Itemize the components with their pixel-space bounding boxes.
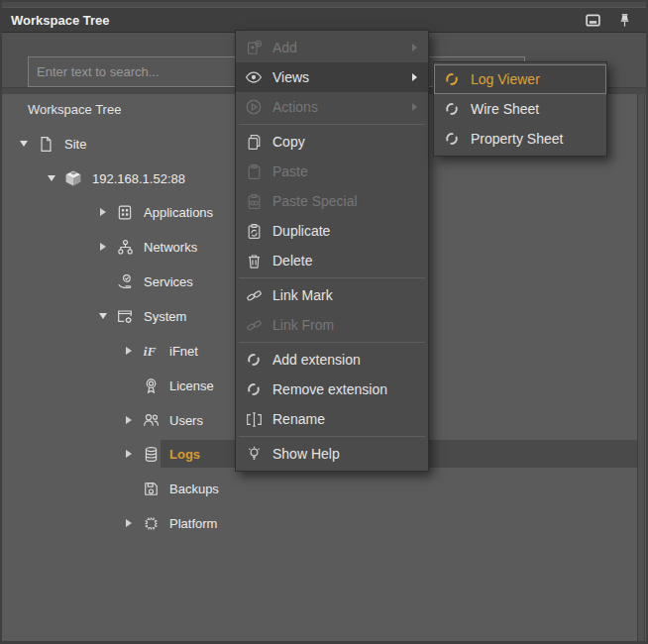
menu-item-rename[interactable]: Rename	[236, 404, 428, 434]
submenu-arrow-icon	[412, 73, 417, 81]
spinner-arcs-icon	[443, 100, 461, 118]
menu-item-label: Duplicate	[272, 223, 422, 239]
cpu-chip-icon	[141, 513, 161, 533]
views-submenu: Log Viewer Wire Sheet Property Sheet	[433, 61, 607, 157]
tree-label: Services	[144, 274, 193, 289]
expander-placeholder	[93, 272, 112, 291]
dock-window-icon[interactable]	[585, 12, 601, 29]
menu-item-paste-special[interactable]: Paste Special	[236, 186, 428, 216]
menu-item-link-mark[interactable]: Link Mark	[236, 280, 428, 310]
document-icon	[36, 134, 55, 154]
spinner-arcs-icon	[245, 351, 263, 369]
ifnet-logo-icon: iF	[141, 341, 161, 361]
expander-expanded-icon[interactable]	[42, 169, 60, 188]
tree-label: Backups	[169, 482, 219, 496]
expander-collapsed-icon[interactable]	[119, 411, 138, 430]
menu-item-label: Copy	[272, 134, 422, 150]
expander-expanded-icon[interactable]	[93, 307, 112, 326]
hand-check-icon	[115, 271, 135, 291]
menu-item-actions[interactable]: Actions	[236, 92, 428, 122]
menu-item-label: Views	[272, 69, 412, 85]
trash-icon	[245, 252, 263, 269]
menu-separator	[239, 277, 425, 278]
menu-item-duplicate[interactable]: Duplicate	[236, 216, 428, 246]
device-cube-icon	[63, 168, 83, 188]
submenu-arrow-icon	[412, 103, 417, 111]
tree-label: License	[169, 378, 214, 393]
spinner-arcs-icon	[443, 130, 461, 148]
menu-item-label: Paste Special	[272, 193, 422, 209]
expander-collapsed-icon[interactable]	[119, 514, 138, 533]
menu-item-label: Remove extension	[272, 381, 422, 397]
menu-separator	[239, 436, 425, 437]
clipboard-refresh-icon	[245, 222, 263, 240]
expander-expanded-icon[interactable]	[14, 135, 33, 154]
menu-item-label: Link From	[272, 317, 422, 333]
menu-item-label: Paste	[272, 163, 422, 179]
menu-item-add[interactable]: Add	[236, 33, 428, 62]
expander-collapsed-icon[interactable]	[119, 342, 138, 361]
menu-separator	[239, 342, 425, 343]
expander-collapsed-icon[interactable]	[93, 238, 112, 257]
spinner-arcs-icon	[443, 70, 461, 88]
submenu-item-log-viewer[interactable]: Log Viewer	[434, 64, 606, 94]
menu-item-label: Rename	[272, 411, 422, 427]
context-menu: Add Views Actions Copy	[235, 30, 429, 472]
tree-label: Users	[169, 413, 203, 428]
expander-collapsed-icon[interactable]	[119, 445, 138, 464]
tree-row-backups[interactable]: Backups	[2, 472, 636, 505]
menu-item-label: Actions	[272, 99, 412, 115]
tree-label-selected: Logs	[169, 447, 200, 462]
floppy-disk-icon	[141, 479, 161, 498]
spinner-arcs-icon	[245, 380, 263, 398]
pin-icon[interactable]	[617, 13, 632, 28]
expander-placeholder	[119, 480, 138, 498]
expander-placeholder	[119, 376, 138, 395]
menu-item-views[interactable]: Views	[236, 62, 428, 92]
menu-item-label: Add extension	[272, 352, 422, 368]
clipboard-link-icon	[245, 192, 263, 210]
submenu-item-label: Log Viewer	[471, 71, 600, 87]
submenu-item-label: Property Sheet	[471, 131, 600, 147]
panel-title: Workspace Tree	[2, 13, 109, 28]
tree-label: Platform	[169, 516, 217, 531]
menu-item-delete[interactable]: Delete	[236, 246, 428, 275]
submenu-item-property-sheet[interactable]: Property Sheet	[434, 124, 606, 154]
submenu-item-label: Wire Sheet	[471, 101, 600, 117]
menu-item-add-extension[interactable]: Add extension	[236, 345, 428, 375]
submenu-arrow-icon	[412, 44, 417, 52]
titlebar-icons	[585, 12, 646, 29]
menu-item-show-help[interactable]: Show Help	[236, 439, 428, 469]
tree-panel-header: Workspace Tree	[28, 102, 121, 117]
tree-label: System	[144, 309, 186, 324]
submenu-item-wire-sheet[interactable]: Wire Sheet	[434, 94, 606, 124]
menu-item-label: Delete	[272, 253, 422, 268]
tree-label: iFnet	[169, 344, 198, 359]
menu-item-paste[interactable]: Paste	[236, 157, 428, 186]
window-gear-icon	[115, 306, 135, 326]
menu-item-label: Add	[272, 40, 412, 55]
tree-label: Networks	[144, 240, 197, 255]
menu-separator	[239, 124, 425, 125]
menu-item-label: Show Help	[272, 446, 422, 462]
menu-item-copy[interactable]: Copy	[236, 127, 428, 157]
tree-label: Site	[64, 137, 86, 152]
add-document-icon	[245, 39, 263, 56]
tree-label: Applications	[144, 205, 213, 220]
people-icon	[141, 410, 161, 430]
applications-grid-icon	[115, 202, 135, 222]
tree-label: 192.168.1.52:88	[92, 171, 185, 186]
chain-link-icon	[245, 286, 263, 304]
svg-text:iF: iF	[144, 344, 157, 359]
tree-row-platform[interactable]: Platform	[2, 506, 636, 540]
clipboard-icon	[245, 162, 263, 180]
copy-pages-icon	[245, 133, 263, 151]
play-circle-icon	[245, 98, 263, 116]
menu-item-label: Link Mark	[272, 287, 422, 303]
scrollbar-track[interactable]	[637, 94, 645, 641]
menu-item-link-from[interactable]: Link From	[236, 310, 428, 340]
eye-icon	[245, 68, 263, 86]
expander-collapsed-icon[interactable]	[93, 203, 112, 222]
menu-item-remove-extension[interactable]: Remove extension	[236, 375, 428, 404]
rename-cursor-icon	[245, 410, 263, 428]
